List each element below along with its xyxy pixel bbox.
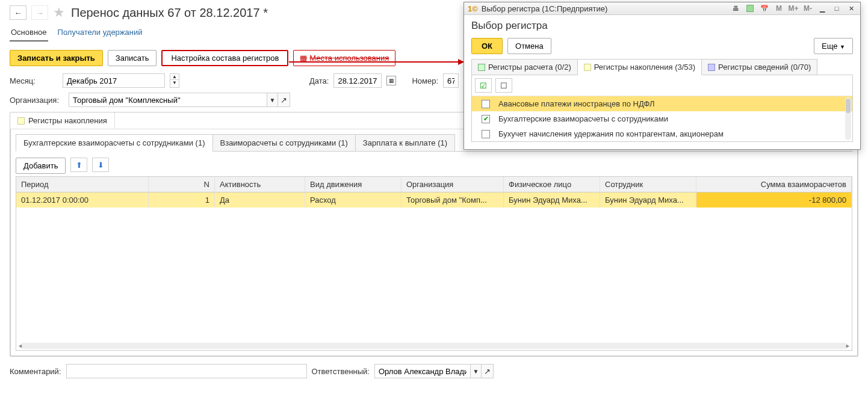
calc-reg-icon: [478, 64, 485, 71]
col-person[interactable]: Физическое лицо: [504, 177, 600, 192]
responsible-field[interactable]: [374, 364, 471, 378]
register-item-1[interactable]: ✔ Бухгалтерские взаиморасчеты с сотрудни…: [472, 111, 852, 126]
comment-field[interactable]: [66, 364, 307, 378]
month-field[interactable]: [63, 73, 165, 88]
dlg-tab-info[interactable]: Регистры сведений (0/70): [702, 59, 817, 75]
checkbox-icon[interactable]: [482, 130, 490, 138]
table-green-icon[interactable]: [745, 4, 755, 13]
col-sum[interactable]: Сумма взаиморасчетов: [696, 177, 852, 192]
horizontal-scrollbar[interactable]: [20, 343, 848, 349]
uncheck-all-button[interactable]: ☐: [495, 78, 512, 93]
responsible-open-icon[interactable]: ↗: [482, 364, 494, 378]
col-period[interactable]: Период: [16, 177, 149, 192]
annotation-arrow: [289, 61, 463, 63]
add-row-button[interactable]: Добавить: [16, 158, 66, 174]
org-open-icon[interactable]: ↗: [278, 93, 290, 107]
configure-registers-button[interactable]: Настройка состава регистров: [161, 50, 288, 66]
more-button[interactable]: Еще ▼: [814, 38, 853, 54]
calc-mplus-button[interactable]: M+: [788, 4, 799, 13]
favorite-star-icon[interactable]: ★: [53, 5, 65, 20]
table-row[interactable]: 01.12.2017 0:00:00 1 Да Расход Торговый …: [16, 192, 852, 208]
register-tab[interactable]: Регистры накопления: [10, 112, 115, 129]
register-tab-icon: [17, 117, 25, 125]
save-close-button[interactable]: Записать и закрыть: [10, 50, 103, 66]
nav-back-button[interactable]: ←: [10, 5, 26, 20]
cancel-button[interactable]: Отмена: [507, 38, 551, 54]
close-button[interactable]: ✕: [846, 4, 857, 13]
print-icon[interactable]: 🖶: [730, 4, 741, 13]
number-label: Номер:: [412, 76, 438, 85]
subtab-2[interactable]: Зарплата к выплате (1): [356, 134, 455, 152]
dlg-tab-accum[interactable]: Регистры накопления (3/53): [578, 59, 702, 75]
page-title: Перенос данных 67 от 28.12.2017 *: [71, 6, 268, 20]
dialog-title: Выбор регистра: [471, 20, 853, 32]
col-employee[interactable]: Сотрудник: [600, 177, 696, 192]
nav-forward-button[interactable]: →: [31, 5, 48, 20]
calc-mminus-button[interactable]: M-: [802, 4, 813, 13]
number-field[interactable]: [443, 73, 459, 88]
move-down-button[interactable]: ⬇: [92, 158, 109, 172]
checkbox-icon[interactable]: ✔: [482, 115, 490, 123]
col-n[interactable]: N: [149, 177, 215, 192]
dialog-window-title: Выбор регистра (1С:Предприятие): [482, 4, 608, 13]
subtab-1[interactable]: Взаиморасчеты с сотрудниками (1): [213, 134, 356, 152]
nav-tab-main[interactable]: Основное: [10, 26, 48, 42]
date-field[interactable]: [333, 73, 382, 88]
maximize-button[interactable]: □: [831, 4, 842, 13]
move-up-button[interactable]: ⬆: [70, 158, 87, 172]
responsible-dropdown-icon[interactable]: ▼: [471, 364, 482, 378]
accum-reg-icon: [584, 64, 591, 71]
save-button[interactable]: Записать: [108, 50, 157, 66]
responsible-label: Ответственный:: [312, 367, 370, 376]
app-logo-icon: 1©: [468, 4, 478, 13]
subtab-0[interactable]: Бухгалтерские взаиморасчеты с сотрудника…: [16, 134, 213, 152]
register-select-dialog: 1© Выбор регистра (1С:Предприятие) 🖶 📅 M…: [463, 2, 861, 150]
calendar-toolbar-icon[interactable]: 📅: [759, 4, 770, 13]
nav-tab-recipients[interactable]: Получатели удержаний: [57, 26, 144, 42]
comment-label: Комментарий:: [10, 367, 61, 376]
month-spinner[interactable]: ▲▼: [170, 73, 179, 88]
org-field[interactable]: [69, 93, 267, 107]
col-movement[interactable]: Вид движения: [305, 177, 401, 192]
calendar-icon[interactable]: ▦: [386, 76, 396, 85]
dlg-tab-calc[interactable]: Регистры расчета (0/2): [471, 59, 578, 75]
data-grid[interactable]: Период N Активность Вид движения Организ…: [16, 176, 852, 351]
checkbox-icon[interactable]: [482, 100, 490, 108]
org-label: Организация:: [10, 96, 64, 105]
org-dropdown-icon[interactable]: ▼: [267, 93, 278, 107]
register-item-2[interactable]: Бухучет начисления удержания по контраге…: [472, 126, 852, 141]
month-label: Месяц:: [10, 76, 58, 85]
col-org[interactable]: Организация: [401, 177, 504, 192]
date-label: Дата:: [309, 76, 329, 85]
register-item-0[interactable]: Авансовые платежи иностранцев по НДФЛ: [472, 96, 852, 111]
check-all-button[interactable]: ☑: [475, 78, 492, 93]
calc-m-button[interactable]: M: [773, 4, 784, 13]
minimize-button[interactable]: ▁: [817, 4, 828, 13]
vertical-scrollbar[interactable]: [845, 97, 851, 140]
usage-locations-button[interactable]: ▦Места использования: [293, 50, 395, 66]
ok-button[interactable]: ОК: [471, 38, 503, 54]
info-reg-icon: [708, 64, 715, 71]
col-activity[interactable]: Активность: [215, 177, 305, 192]
